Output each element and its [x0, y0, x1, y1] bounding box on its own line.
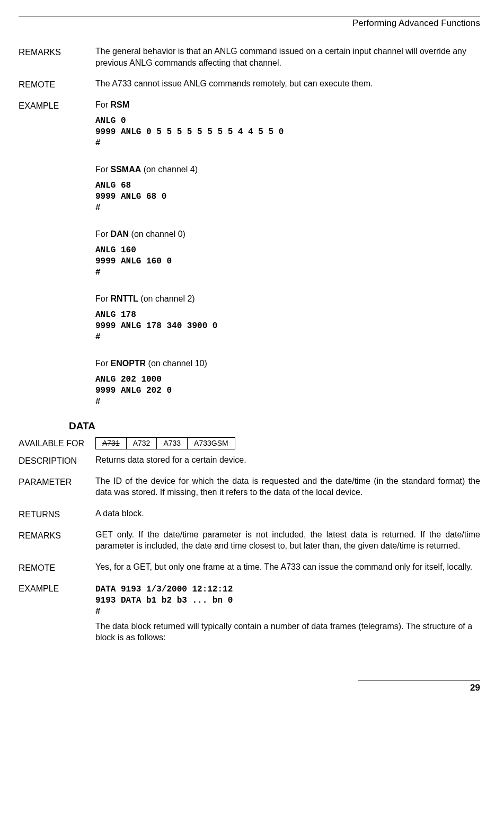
label-remarks-2: REMARKS	[19, 529, 95, 542]
parameter-text: The ID of the device for which the data …	[95, 475, 480, 498]
remote2-text: Yes, for a GET, but only one frame at a …	[95, 561, 480, 573]
avail-a733gsm: A733GSM	[188, 438, 235, 449]
label-available-for: AVAILABLE FOR	[19, 437, 95, 450]
example-ssmaa-code: ANLG 68 9999 ANLG 68 0 #	[95, 180, 480, 213]
example-rnttl-head: For RNTTL (on channel 2)	[95, 293, 480, 305]
example-rsm-code: ANLG 0 9999 ANLG 0 5 5 5 5 5 5 5 5 4 4 5…	[95, 116, 480, 148]
label-example: EXAMPLE	[19, 99, 95, 112]
avail-a732: A732	[126, 438, 157, 449]
data-example-code: DATA 9193 1/3/2000 12:12:12 9193 DATA b1…	[95, 584, 480, 617]
label-returns: RETURNS	[19, 508, 95, 521]
example-rsm-head: For RSM	[95, 99, 480, 111]
avail-a731: A731	[96, 438, 127, 449]
example-enoptr-code: ANLG 202 1000 9999 ANLG 202 0 #	[95, 374, 480, 407]
label-remote-2: REMOTE	[19, 561, 95, 575]
remote-text: The A733 cannot issue ANLG commands remo…	[95, 78, 480, 90]
data-example-tail: The data block returned will typically c…	[95, 621, 480, 643]
remarks-text: The general behavior is that an ANLG com…	[95, 46, 480, 68]
returns-text: A data block.	[95, 508, 480, 519]
example-dan-head: For DAN (on channel 0)	[95, 228, 480, 240]
label-parameter: PARAMETER	[19, 475, 95, 489]
example-dan-code: ANLG 160 9999 ANLG 160 0 #	[95, 245, 480, 278]
example-enoptr-head: For ENOPTR (on channel 10)	[95, 358, 480, 369]
page-header: Performing Advanced Functions	[19, 17, 480, 30]
remarks2-text: GET only. If the date/time parameter is …	[95, 529, 480, 552]
example-ssmaa-head: For SSMAA (on channel 4)	[95, 164, 480, 175]
avail-a733: A733	[157, 438, 188, 449]
example-rnttl-code: ANLG 178 9999 ANLG 178 340 3900 0 #	[95, 310, 480, 342]
top-rule	[19, 16, 480, 16]
footer-rule	[358, 681, 480, 681]
label-remote: REMOTE	[19, 78, 95, 91]
label-description: DESCRIPTION	[19, 454, 95, 467]
section-title-data: DATA	[69, 419, 480, 433]
page-number: 29	[19, 682, 480, 694]
label-example-2: EXAMPLE	[19, 582, 95, 595]
label-remarks: REMARKS	[19, 46, 95, 59]
available-table: A731 A732 A733 A733GSM	[95, 437, 235, 449]
description-text: Returns data stored for a certain device…	[95, 454, 480, 466]
